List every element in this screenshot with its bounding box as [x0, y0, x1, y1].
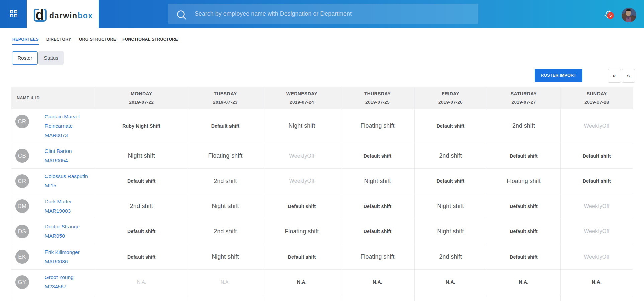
svg-text:d: d [36, 9, 44, 22]
